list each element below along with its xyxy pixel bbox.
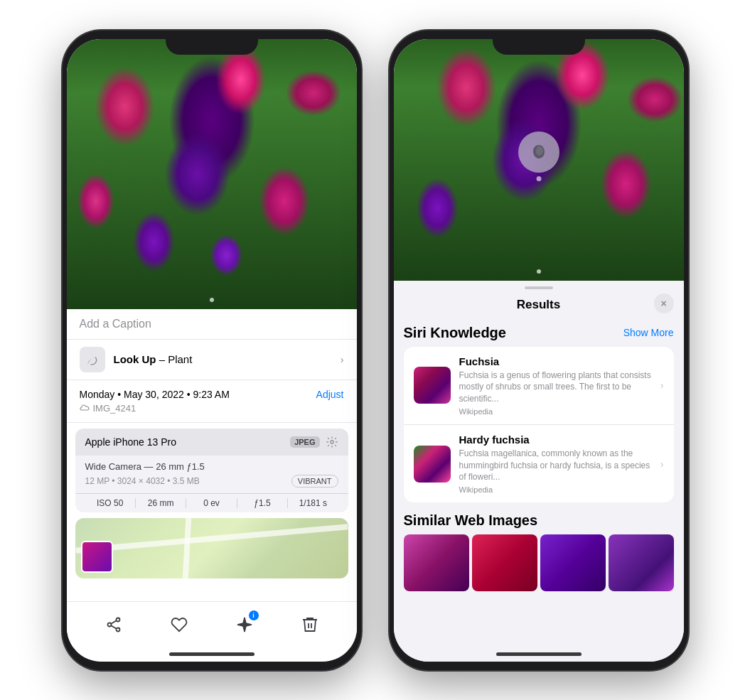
home-indicator: [67, 647, 357, 662]
siri-button[interactable]: [518, 131, 559, 173]
right-photo-area: [394, 39, 684, 281]
right-home-indicator: [394, 647, 684, 662]
fuchsia-chevron-icon: ›: [660, 379, 664, 391]
photo-area[interactable]: [67, 39, 357, 309]
similar-image-2[interactable]: [472, 534, 537, 591]
info-section: Add a Caption Look Up – Plant ›: [67, 309, 357, 601]
gear-icon[interactable]: [326, 436, 338, 448]
fuchsia-info: Fuchsia Fuchsia is a genus of flowering …: [459, 355, 652, 416]
location-thumbnail: [81, 541, 113, 573]
right-home-bar: [496, 652, 582, 656]
phone-notch: [166, 31, 258, 55]
svg-point-2: [116, 628, 119, 631]
trash-icon: [302, 616, 318, 633]
visual-intelligence-icon: [530, 143, 548, 161]
mp-specs: 12 MP • 3024 × 4032 • 3.5 MB: [85, 476, 200, 486]
hardy-info: Hardy fuchsia Fuchsia magellanica, commo…: [459, 434, 652, 494]
aperture-value: ƒ1.5: [237, 498, 287, 508]
similar-images-row: [404, 534, 674, 591]
knowledge-card: Fuchsia Fuchsia is a genus of flowering …: [404, 347, 674, 503]
info-badge-label: i: [252, 612, 255, 619]
hardy-name: Hardy fuchsia: [459, 434, 652, 446]
date-row: Monday • May 30, 2022 • 9:23 AM Adjust: [80, 389, 344, 400]
svg-point-3: [107, 623, 111, 626]
bottom-toolbar: i: [67, 601, 357, 647]
siri-knowledge-header: Siri Knowledge Show More: [404, 325, 674, 341]
jpeg-badge: JPEG: [290, 436, 319, 448]
iso-value: ISO 50: [85, 498, 135, 508]
delete-button[interactable]: [297, 612, 323, 637]
svg-point-0: [330, 440, 333, 443]
right-phone-notch: [493, 31, 585, 55]
map-preview[interactable]: [75, 518, 348, 578]
lookup-icon: [80, 347, 105, 372]
adjust-button[interactable]: Adjust: [316, 389, 344, 400]
siri-indicator-dot: [536, 176, 541, 181]
info-badge: i: [249, 610, 259, 620]
camera-name: Apple iPhone 13 Pro: [85, 436, 176, 448]
info-button[interactable]: i: [232, 612, 257, 637]
flower-photo: [67, 39, 357, 309]
fuchsia-name: Fuchsia: [459, 355, 652, 367]
similar-image-1[interactable]: [404, 534, 469, 591]
left-screen: Add a Caption Look Up – Plant ›: [67, 39, 357, 662]
list-item[interactable]: Fuchsia Fuchsia is a genus of flowering …: [404, 347, 674, 424]
right-page-indicator: [537, 269, 541, 274]
shutter-value: 1/181 s: [287, 498, 338, 508]
list-item[interactable]: Hardy fuchsia Fuchsia magellanica, commo…: [404, 424, 674, 502]
hardy-source: Wikipedia: [459, 485, 652, 494]
right-screen: Results × Siri Knowledge Show More Fu: [394, 39, 684, 662]
camera-section: Apple iPhone 13 Pro JPEG Wide Camera — 2…: [75, 429, 348, 512]
hardy-thumbnail: [414, 446, 451, 483]
similar-image-4[interactable]: [609, 534, 674, 591]
caption-area[interactable]: Add a Caption: [67, 309, 357, 340]
photo-date: Monday • May 30, 2022 • 9:23 AM: [80, 389, 230, 400]
results-content: Siri Knowledge Show More Fuchsia Fuchsia…: [394, 318, 684, 647]
ev-value: 0 ev: [186, 498, 236, 508]
vibrant-badge: VIBRANT: [291, 475, 338, 488]
camera-header: Apple iPhone 13 Pro JPEG: [75, 429, 348, 456]
right-phone: Results × Siri Knowledge Show More Fu: [390, 31, 688, 670]
results-header: Results ×: [394, 289, 684, 318]
camera-wide: Wide Camera — 26 mm ƒ1.5: [85, 461, 338, 472]
filename-row: IMG_4241: [80, 403, 344, 414]
cloud-icon: [80, 404, 90, 411]
similar-title: Similar Web Images: [404, 512, 674, 529]
svg-point-1: [116, 618, 119, 621]
lookup-row[interactable]: Look Up – Plant ›: [67, 340, 357, 380]
siri-knowledge-title: Siri Knowledge: [404, 325, 506, 341]
caption-placeholder[interactable]: Add a Caption: [80, 318, 151, 330]
page-indicator-dot: [210, 298, 214, 302]
home-bar: [169, 652, 255, 656]
fuchsia-thumbnail: [414, 367, 451, 404]
lookup-type: Plant: [168, 353, 192, 365]
similar-section: Similar Web Images: [404, 512, 674, 591]
lookup-separator: –: [159, 353, 168, 365]
show-more-button[interactable]: Show More: [623, 327, 674, 338]
focal-length-value: 26 mm: [135, 498, 186, 508]
leaf-icon: [85, 352, 100, 367]
close-button[interactable]: ×: [654, 294, 674, 313]
results-title: Results: [517, 298, 560, 312]
filename: IMG_4241: [93, 403, 136, 414]
similar-image-3[interactable]: [540, 534, 606, 591]
close-icon: ×: [660, 298, 666, 309]
share-icon: [105, 616, 122, 633]
camera-details: Wide Camera — 26 mm ƒ1.5 12 MP • 3024 × …: [75, 456, 348, 493]
fuchsia-description: Fuchsia is a genus of flowering plants t…: [459, 370, 652, 405]
hardy-chevron-icon: ›: [660, 458, 664, 470]
hardy-description: Fuchsia magellanica, commonly known as t…: [459, 448, 652, 483]
camera-badges: JPEG: [290, 436, 338, 448]
results-panel: Results × Siri Knowledge Show More Fu: [394, 281, 684, 662]
metadata-section: Monday • May 30, 2022 • 9:23 AM Adjust I…: [67, 380, 357, 423]
lookup-label: Look Up: [114, 353, 156, 365]
favorite-button[interactable]: [166, 612, 192, 637]
lookup-text: Look Up – Plant: [114, 353, 193, 365]
chevron-right-icon: ›: [341, 354, 344, 365]
exif-row: ISO 50 26 mm 0 ev ƒ1.5 1/181 s: [75, 493, 348, 512]
fuchsia-source: Wikipedia: [459, 407, 652, 416]
left-phone: Add a Caption Look Up – Plant ›: [63, 31, 361, 670]
heart-icon: [171, 616, 188, 633]
camera-specs-row: 12 MP • 3024 × 4032 • 3.5 MB VIBRANT: [85, 475, 338, 488]
share-button[interactable]: [101, 612, 127, 637]
